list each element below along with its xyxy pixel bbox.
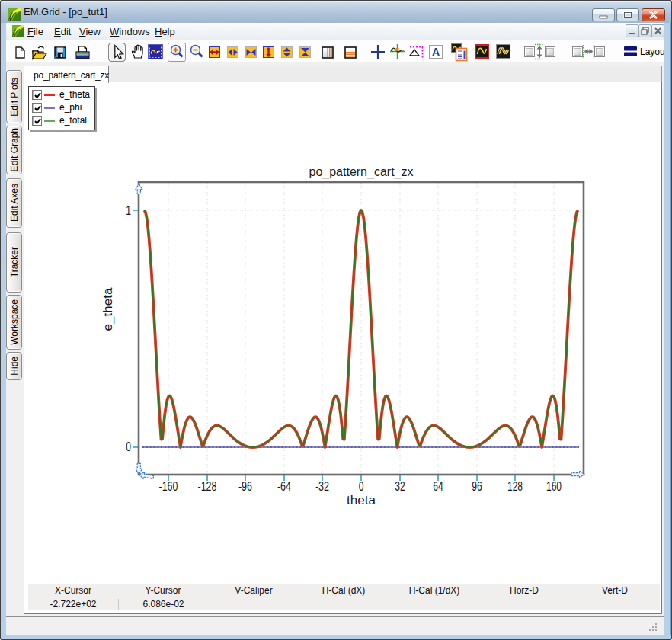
svg-text:theta: theta <box>347 493 376 507</box>
svg-text:0: 0 <box>126 440 131 453</box>
svg-text:-128: -128 <box>198 480 217 493</box>
svg-text:A: A <box>432 46 440 58</box>
svg-text:128: 128 <box>507 480 523 493</box>
svg-text:e_theta: e_theta <box>101 287 115 331</box>
svg-text:1: 1 <box>126 204 131 217</box>
svg-text:-32: -32 <box>315 480 329 493</box>
svg-text:Layout: Layout <box>640 46 664 57</box>
svg-text:-96: -96 <box>238 480 252 493</box>
svg-text:-160: -160 <box>159 480 178 493</box>
svg-text:64: 64 <box>433 480 443 493</box>
svg-text:0: 0 <box>359 480 364 493</box>
svg-text:160: 160 <box>546 480 562 493</box>
svg-text:96: 96 <box>472 480 482 493</box>
svg-text:32: 32 <box>395 480 405 493</box>
svg-text:po_pattern_cart_zx: po_pattern_cart_zx <box>309 165 414 179</box>
svg-text:-64: -64 <box>277 480 291 493</box>
